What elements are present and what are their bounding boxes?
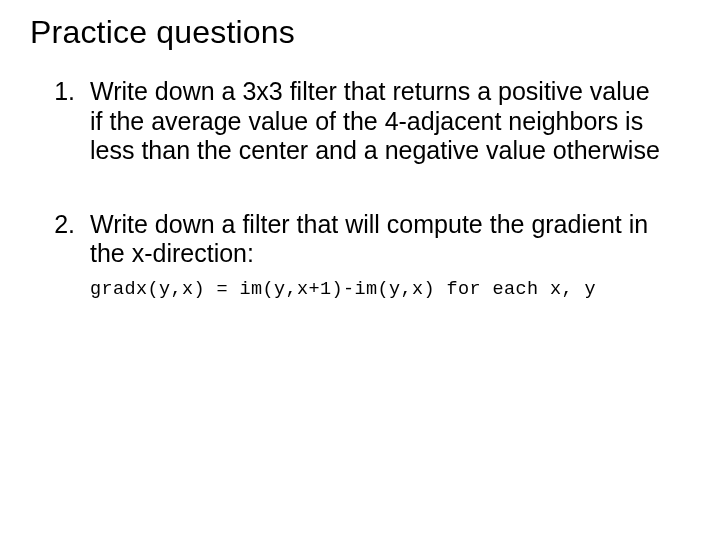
slide: Practice questions Write down a 3x3 filt…	[0, 0, 720, 540]
question-item-1: Write down a 3x3 filter that returns a p…	[82, 77, 668, 166]
question-code: gradx(y,x) = im(y,x+1)-im(y,x) for each …	[90, 279, 668, 301]
question-body: Write down a 3x3 filter that returns a p…	[90, 77, 668, 166]
questions-list: Write down a 3x3 filter that returns a p…	[30, 77, 690, 300]
question-item-2: Write down a filter that will compute th…	[82, 210, 668, 301]
page-title: Practice questions	[30, 14, 690, 51]
question-body: Write down a filter that will compute th…	[90, 210, 668, 269]
